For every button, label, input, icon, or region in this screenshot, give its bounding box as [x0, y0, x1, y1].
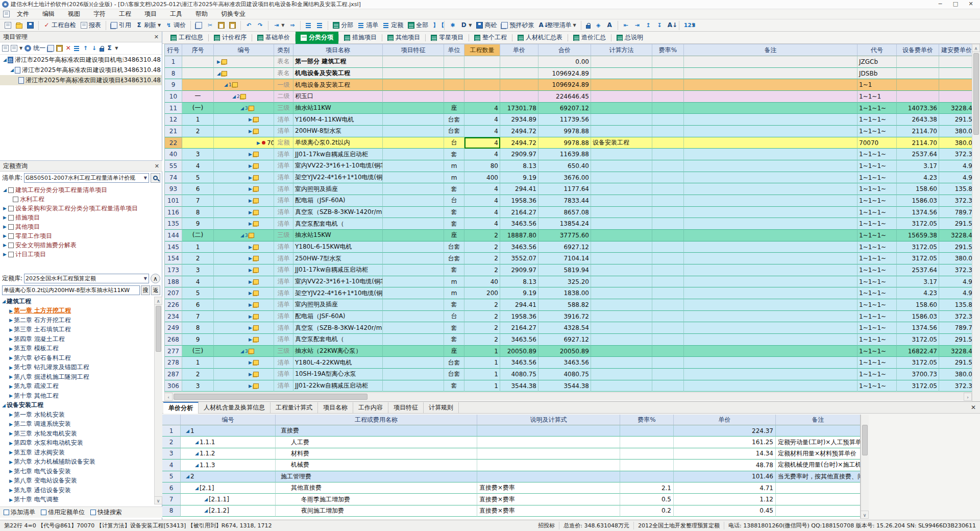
- tree-checkbox[interactable]: [8, 224, 14, 230]
- table-row[interactable]: 121▶清单Y160M-4-11KW电机台套42934.8911739.561~…: [165, 114, 974, 126]
- bottom-tab-计算规则[interactable]: 计算规则: [424, 402, 459, 413]
- menu-item[interactable]: 文件: [11, 9, 35, 19]
- row-expander-icon[interactable]: ◢: [204, 497, 208, 502]
- row-expander-icon[interactable]: ◢: [195, 440, 199, 445]
- table-row[interactable]: 2872▶清单10SH-19A型离心水泵台套14080.754080.751~1…: [165, 369, 974, 380]
- tree-expander-icon[interactable]: ▶: [9, 355, 13, 360]
- row-expander-icon[interactable]: ◢: [217, 71, 220, 76]
- list-button[interactable]: 清单: [356, 20, 380, 30]
- table-row[interactable]: 2781▶清单Y180L-4-22KW电机台套13463.563463.561~…: [165, 357, 974, 369]
- chapter-tree-item[interactable]: ▶第八章 掘进机施工隧洞工程: [0, 372, 154, 382]
- row-expander-icon[interactable]: ◢: [195, 486, 199, 491]
- organize-list-button[interactable]: A↓整理清单▼: [537, 20, 577, 30]
- column-header-序号[interactable]: 序号: [182, 44, 214, 56]
- self-check-button[interactable]: ✓工程自检: [42, 20, 78, 30]
- copy-button[interactable]: [194, 21, 204, 29]
- table-row[interactable]: 212▶清单200HW-8型水泵台套42494.729978.881~1~1~2…: [165, 126, 974, 137]
- project-more-icon[interactable]: ▼: [115, 46, 118, 51]
- row-expander-icon[interactable]: ◢: [204, 508, 208, 513]
- close-button[interactable]: ✕: [964, 1, 978, 8]
- chapter-tree-item[interactable]: ▶第九章 通信设备安装: [0, 486, 154, 495]
- tree-expander-icon[interactable]: ▶: [9, 441, 13, 446]
- checkbox-icon[interactable]: [90, 510, 96, 515]
- row-expander-icon[interactable]: ▶: [249, 383, 252, 389]
- menu-item[interactable]: 工具: [164, 9, 188, 19]
- tree-expander-icon[interactable]: ▶: [3, 243, 7, 248]
- price-analysis-row[interactable]: 7◢[2.1.1]冬雨季施工增加费直接费×费率0.51.12: [162, 494, 860, 505]
- chapter-tree-item[interactable]: ▶第十章 电气调整: [0, 495, 154, 505]
- return-button[interactable]: 返: [151, 285, 160, 295]
- bottom-tab-单价分析[interactable]: 单价分析: [163, 402, 199, 414]
- tree-expander-icon[interactable]: ▶: [9, 336, 13, 342]
- table-row[interactable]: 144(二)◢3三级抽水站15KW座218887.8037775.601~1~1…: [165, 230, 974, 242]
- chapter-tree-item[interactable]: ◢设备安装工程: [0, 401, 154, 411]
- tree-expander-icon[interactable]: ▶: [9, 460, 13, 465]
- maximize-button[interactable]: □: [948, 1, 963, 8]
- table-row[interactable]: 1451▶清单Y180L-6-15KW电机台套23463.566927.121~…: [165, 242, 974, 253]
- redo-button[interactable]: ↷: [255, 21, 265, 29]
- row-expander-icon[interactable]: ▶: [249, 198, 252, 203]
- chapter-tree-item[interactable]: ▶第一章 水轮机安装: [0, 410, 154, 420]
- row-expander-icon[interactable]: ◢: [240, 106, 244, 111]
- premixed-mortar-button[interactable]: 预拌砂浆: [500, 20, 535, 30]
- project-list-icon[interactable]: [74, 45, 80, 52]
- chapter-tree-scrollbar[interactable]: ∧ ∨: [154, 297, 162, 504]
- column-header-备注[interactable]: 备注: [684, 44, 857, 56]
- row-expander-icon[interactable]: ▶: [257, 140, 260, 146]
- table-row[interactable]: 2266▶清单室内照明及插座套2294.41588.821~1~1~158.60…: [165, 299, 974, 311]
- tab-措施项目[interactable]: 措施项目: [339, 32, 382, 44]
- tree-checkbox[interactable]: [8, 233, 14, 239]
- tree-expander-icon[interactable]: ▶: [3, 252, 7, 257]
- table-row[interactable]: 554▶清单室内VV22-3*16+1-10电缆(铜芯线)m808.13650.…: [165, 160, 974, 172]
- d-button[interactable]: D▼: [459, 21, 473, 29]
- row-expander-icon[interactable]: ▶: [249, 291, 252, 296]
- chapter-tree-item[interactable]: ▶第一章 土方开挖工程: [0, 306, 154, 316]
- refresh-button[interactable]: Σ刷新▼: [134, 20, 162, 30]
- collapse-panel-button[interactable]: ∧: [151, 274, 160, 283]
- tree-expander-icon[interactable]: ▶: [9, 497, 13, 502]
- list-library-tree-item[interactable]: ▶计日工项目: [2, 250, 162, 259]
- row-expander-icon[interactable]: ▶: [249, 152, 252, 157]
- format-paint-button[interactable]: ◈: [594, 21, 603, 29]
- row-expander-icon[interactable]: ▶: [249, 360, 252, 365]
- tree-expander-icon[interactable]: ▶: [9, 393, 13, 398]
- tree-checkbox[interactable]: [8, 252, 14, 257]
- tree-expander-icon[interactable]: ▶: [3, 233, 7, 238]
- price-analysis-row[interactable]: 2◢1.1.1人工费161.25定额劳动量(工时)×人工预算单价: [162, 437, 860, 448]
- column-header-编号[interactable]: 编号: [214, 44, 274, 56]
- row-expander-icon[interactable]: ▶: [249, 245, 252, 250]
- table-row[interactable]: 9◢1一级机电设备及安装工程1096924.891~1: [165, 79, 974, 91]
- column-header-代号[interactable]: 代号: [857, 44, 897, 56]
- new-project-icon[interactable]: [2, 45, 9, 52]
- font-button[interactable]: A: [605, 21, 615, 29]
- row-expander-icon[interactable]: ▶: [249, 129, 252, 134]
- chapter-tree-item[interactable]: ▶第二章 调速系统安装: [0, 420, 154, 429]
- all-button[interactable]: 全部: [406, 20, 430, 30]
- commercial-concrete-button[interactable]: 商砼: [475, 20, 498, 30]
- tree-expander-icon[interactable]: ▶: [9, 431, 13, 436]
- tab-零星项目[interactable]: 零星项目: [426, 32, 469, 44]
- project-down-icon[interactable]: ↓: [91, 45, 97, 52]
- unify-gear-icon[interactable]: [24, 45, 31, 52]
- column-header-工程数量[interactable]: 工程数量: [464, 44, 500, 56]
- expand-button[interactable]: 】【: [431, 21, 441, 29]
- bottom-tab-项目特征[interactable]: 项目特征: [388, 402, 424, 413]
- move-up-button[interactable]: ↥: [644, 21, 653, 29]
- grid-hscrollbar[interactable]: ‹ ›: [164, 392, 972, 401]
- move-down-button[interactable]: ↧: [655, 21, 665, 29]
- column-header-项目特征[interactable]: 项目特征: [383, 44, 444, 56]
- row-expander-icon[interactable]: ▶: [249, 337, 252, 342]
- table-row[interactable]: 745▶清单架空YJV22-4*16+1*10电缆(铜芯线)m4009.1936…: [165, 172, 974, 184]
- bottom-tab-工程量计算式[interactable]: 工程量计算式: [271, 402, 318, 413]
- column-header-单位[interactable]: 单位: [444, 44, 464, 56]
- chapter-tree-item[interactable]: ▶第四章 水泵和电动机安装: [0, 439, 154, 448]
- checkbox-icon[interactable]: [41, 510, 46, 515]
- chapter-tree-item[interactable]: ▶第二章 石方开挖工程: [0, 316, 154, 325]
- new-project-menu-icon[interactable]: [11, 45, 17, 52]
- list-library-tree-item[interactable]: ▶零星工作项目: [2, 231, 162, 240]
- tree-expander-icon[interactable]: ◢: [2, 403, 6, 408]
- quota-panel-close-icon[interactable]: ✕: [155, 163, 159, 170]
- table-row[interactable]: 11(一)◢3三级抽水站11KW座417301.7869207.121~1~1~…: [165, 103, 974, 114]
- footer-checkbox[interactable]: 借用定额单位: [40, 508, 85, 517]
- grid-scroll-up-icon[interactable]: ∧: [972, 44, 980, 52]
